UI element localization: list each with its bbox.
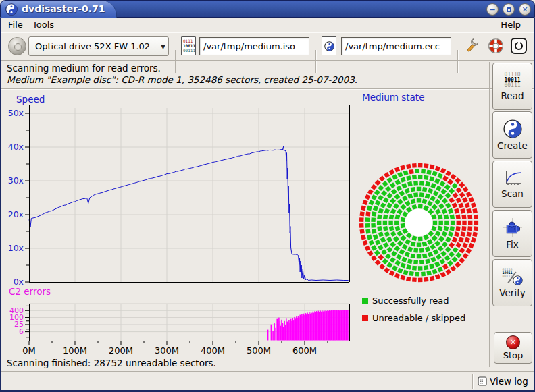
divider xyxy=(175,50,176,73)
create-label: Create xyxy=(497,140,528,151)
menu-tools[interactable]: Tools xyxy=(29,19,57,30)
svg-text:0M: 0M xyxy=(22,345,36,356)
minimize-button[interactable]: − xyxy=(486,3,499,16)
drive-selector-value: Optical drive 52X FW 1.02 xyxy=(35,41,153,51)
legend-label: Unreadable / skipped xyxy=(372,313,465,323)
legend-item-good: Successfully read xyxy=(362,296,449,306)
chevron-down-icon: ▼ xyxy=(161,43,165,50)
read-icon: 01110 10011 00111 xyxy=(504,72,520,88)
svg-text:0x: 0x xyxy=(14,277,24,287)
image-file-input[interactable] xyxy=(199,37,309,55)
divider xyxy=(1,88,534,90)
svg-text:400M: 400M xyxy=(201,345,225,356)
medium-info: Medium "Example disc": CD-R mode 1, 3524… xyxy=(7,74,357,85)
svg-text:20x: 20x xyxy=(8,209,24,219)
ecc-yinyang-icon xyxy=(324,41,334,51)
bad-sector-swatch xyxy=(362,315,368,321)
menu-help[interactable]: Help xyxy=(497,19,524,30)
maximize-button[interactable] xyxy=(503,3,515,16)
stop-icon: ✕ xyxy=(506,335,520,349)
scan-result-message: Scanning finished: 28752 unreadable sect… xyxy=(7,358,216,368)
svg-text:100M: 100M xyxy=(63,345,87,356)
legend-label: Successfully read xyxy=(372,296,449,306)
maximize-icon xyxy=(507,7,511,12)
svg-text:300M: 300M xyxy=(155,345,179,356)
divider xyxy=(489,62,490,367)
legend-item-bad: Unreadable / skipped xyxy=(362,313,465,323)
close-button[interactable]: ✕ xyxy=(519,3,531,16)
doc-line: 10011 xyxy=(183,43,195,48)
svg-text:500M: 500M xyxy=(247,345,271,356)
ecc-file-icon xyxy=(322,36,336,55)
menu-file[interactable]: File xyxy=(5,19,26,30)
menubar: File Tools Help xyxy=(1,18,534,32)
window-title: dvdisaster-0.71 xyxy=(22,3,105,14)
view-log-button[interactable]: View log xyxy=(475,373,531,389)
svg-text:Speed: Speed xyxy=(16,94,45,105)
log-icon xyxy=(478,376,487,386)
verify-label: Verify xyxy=(499,287,525,298)
yinyang-icon xyxy=(503,119,522,138)
titlebar[interactable]: dvdisaster-0.71 − ✕ xyxy=(0,0,535,18)
close-icon: ✕ xyxy=(521,6,528,13)
status-heading: Scanning medium for read errors. xyxy=(7,63,161,74)
image-file-icon: 0111 10011 00111 xyxy=(181,36,196,55)
ecc-file-input[interactable] xyxy=(341,37,451,55)
read-button[interactable]: 01110 10011 00111 Read xyxy=(492,63,532,110)
create-button[interactable]: Create xyxy=(492,111,532,159)
stop-label: Stop xyxy=(503,350,524,360)
svg-text:200M: 200M xyxy=(109,345,133,356)
help-button[interactable] xyxy=(486,36,505,55)
divider xyxy=(315,50,317,73)
doc-line: 00111 xyxy=(183,48,195,53)
app-window: dvdisaster-0.71 − ✕ File Tools Help Opti… xyxy=(0,0,535,392)
divider xyxy=(1,60,534,61)
svg-text:10x: 10x xyxy=(8,243,24,253)
svg-text:40x: 40x xyxy=(8,142,24,152)
speed-and-c2-charts: 0x10x20x30x40x50x4001002560M100M200M300M… xyxy=(1,90,355,358)
divider xyxy=(457,50,459,73)
app-yinyang-icon xyxy=(5,3,18,16)
drive-selector[interactable]: Optical drive 52X FW 1.02 ▼ xyxy=(28,36,169,56)
verify-icon: 01110 10011 00111 xyxy=(503,268,523,285)
scan-label: Scan xyxy=(501,188,524,199)
medium-state-title: Medium state xyxy=(362,92,424,103)
read-label: Read xyxy=(501,90,524,101)
scan-button[interactable]: Scan xyxy=(492,161,532,208)
fix-button[interactable]: Fix xyxy=(492,210,532,257)
puzzle-icon xyxy=(503,218,522,237)
window-body: File Tools Help Optical drive 52X FW 1.0… xyxy=(0,18,535,392)
good-sector-swatch xyxy=(362,298,368,304)
power-icon xyxy=(511,38,527,54)
svg-text:6: 6 xyxy=(19,327,24,336)
lifebuoy-icon xyxy=(487,37,505,55)
view-log-label: View log xyxy=(490,376,528,387)
status-bar xyxy=(1,372,534,390)
doc-line: 0111 xyxy=(183,38,195,43)
preferences-button[interactable] xyxy=(463,36,482,55)
verify-button[interactable]: 01110 10011 00111 Verify xyxy=(492,259,532,306)
stop-button[interactable]: ✕ Stop xyxy=(494,332,532,364)
quit-button[interactable] xyxy=(509,36,528,55)
svg-text:600M: 600M xyxy=(292,345,317,356)
wrench-icon xyxy=(463,37,481,55)
svg-text:50x: 50x xyxy=(8,108,24,118)
svg-text:C2 errors: C2 errors xyxy=(9,286,51,297)
divider xyxy=(472,374,474,389)
divider xyxy=(157,40,157,53)
medium-state-disc xyxy=(355,159,483,287)
scan-chart-icon xyxy=(503,170,523,186)
svg-text:30x: 30x xyxy=(8,175,24,186)
fix-label: Fix xyxy=(506,239,519,250)
toolbar: Optical drive 52X FW 1.02 ▼ 0111 10011 0… xyxy=(1,32,534,61)
minimize-icon: − xyxy=(489,6,495,13)
optical-drive-icon xyxy=(8,37,26,55)
